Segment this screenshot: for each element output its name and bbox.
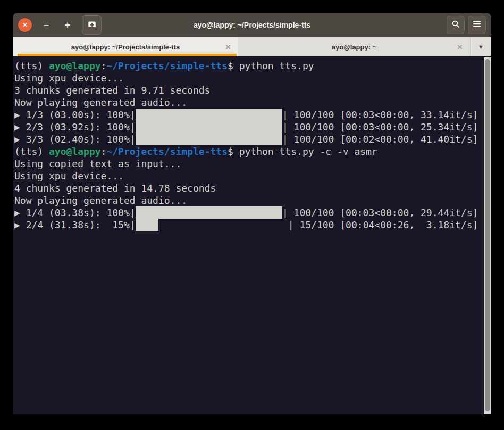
progress-bar <box>136 206 282 219</box>
search-button[interactable] <box>447 16 465 34</box>
terminal-window: ✕ – + ayo@lappy: ~/Projects/simple-tts <box>13 13 491 414</box>
tab-label: ayo@lappy: ~/Projects/simple-tts <box>71 43 180 51</box>
progress-bar-fill <box>136 219 158 231</box>
terminal-text: ▶ 2/4 (31.38s): 15%| <box>14 219 136 230</box>
terminal-text: 4 chunks generated in 14.78 seconds <box>14 183 216 194</box>
terminal-text: | 100/100 [00:03<00:00, 25.34it/s] <box>282 121 478 133</box>
titlebar-actions <box>447 16 486 34</box>
progress-bar <box>136 133 282 145</box>
terminal-text: ▶ 2/3 (03.92s): 100%| <box>14 121 136 133</box>
terminal-text: 3 chunks generated in 9.71 seconds <box>14 85 210 96</box>
close-button[interactable]: ✕ <box>18 18 32 32</box>
scrollbar[interactable] <box>484 57 491 414</box>
terminal-text: ~/Projects/simple-tts <box>106 60 228 71</box>
terminal-line: Using xpu device... <box>14 72 491 84</box>
progress-bar <box>136 219 288 231</box>
terminal-text: | 15/100 [00:04<00:26, 3.18it/s] <box>288 219 478 230</box>
progress-bar-fill <box>136 206 282 219</box>
terminal-line: Using copied text as input... <box>14 158 491 170</box>
progress-bar <box>136 121 282 133</box>
close-icon: ✕ <box>22 21 28 29</box>
terminal-text: ~/Projects/simple-tts <box>106 146 228 157</box>
terminal-lines: (tts) ayo@lappy:~/Projects/simple-tts$ p… <box>13 57 491 231</box>
progress-bar-fill <box>136 109 282 121</box>
window-controls: ✕ – + <box>18 15 102 35</box>
terminal-text: : <box>101 60 107 71</box>
terminal-text: $ python tts.py <box>228 60 314 71</box>
maximize-icon: + <box>65 20 71 31</box>
terminal-text: ayo@lappy <box>49 60 101 71</box>
tab-label: ayo@lappy: ~ <box>332 43 377 51</box>
terminal-text: | 100/100 [00:03<00:00, 33.14it/s] <box>282 109 478 120</box>
progress-bar <box>136 109 282 121</box>
tab-simple-tts[interactable]: ayo@lappy: ~/Projects/simple-tts × <box>13 37 238 56</box>
minimize-icon: – <box>44 20 49 31</box>
terminal-line: ▶ 2/3 (03.92s): 100%|| 100/100 [00:03<00… <box>14 121 491 133</box>
terminal-text: Using copied text as input... <box>14 158 181 169</box>
minimize-button[interactable]: – <box>39 18 53 32</box>
terminal-output[interactable]: (tts) ayo@lappy:~/Projects/simple-tts$ p… <box>13 57 491 414</box>
terminal-text: ayo@lappy <box>49 146 101 157</box>
terminal-text: Using xpu device... <box>14 170 124 181</box>
terminal-text: ▶ 1/4 (03.38s): 100%| <box>14 207 136 218</box>
terminal-line: ▶ 1/3 (03.00s): 100%|| 100/100 [00:03<00… <box>14 109 491 121</box>
menu-button[interactable] <box>468 16 486 34</box>
terminal-text: $ python tts.py -c -v asmr <box>228 146 377 157</box>
terminal-text: : <box>101 146 107 157</box>
terminal-text: ▶ 3/3 (02.40s): 100%| <box>14 134 136 145</box>
hamburger-menu-icon <box>473 20 481 30</box>
search-icon <box>451 20 460 31</box>
tab-close-icon[interactable]: × <box>457 43 463 52</box>
progress-bar-fill <box>136 121 282 133</box>
new-tab-button[interactable] <box>82 15 102 35</box>
tab-bar: ayo@lappy: ~/Projects/simple-tts × ayo@l… <box>13 37 491 57</box>
scrollbar-thumb[interactable] <box>485 59 490 411</box>
tab-close-icon[interactable]: × <box>225 43 231 52</box>
terminal-text: Now playing generated audio... <box>14 195 187 206</box>
terminal-line: ▶ 1/4 (03.38s): 100%|| 100/100 [00:03<00… <box>14 206 491 219</box>
chevron-down-icon: ▼ <box>478 44 484 50</box>
terminal-text: Using xpu device... <box>14 72 124 84</box>
new-tab-icon <box>87 19 97 31</box>
terminal-line: 3 chunks generated in 9.71 seconds <box>14 84 491 96</box>
terminal-line: Now playing generated audio... <box>14 194 491 206</box>
terminal-line: Using xpu device... <box>14 170 491 182</box>
terminal-text: (tts) <box>14 146 49 157</box>
terminal-line: ▶ 3/3 (02.40s): 100%|| 100/100 [00:02<00… <box>14 133 491 145</box>
terminal-line: Now playing generated audio... <box>14 96 491 109</box>
terminal-text: | 100/100 [00:03<00:00, 29.44it/s] <box>282 207 478 218</box>
titlebar: ✕ – + ayo@lappy: ~/Projects/simple-tts <box>13 13 491 37</box>
terminal-text: (tts) <box>14 60 49 71</box>
terminal-line: ▶ 2/4 (31.38s): 15%|| 15/100 [00:04<00:2… <box>14 219 491 231</box>
terminal-line: (tts) ayo@lappy:~/Projects/simple-tts$ p… <box>14 60 491 72</box>
tab-home[interactable]: ayo@lappy: ~ × <box>238 37 470 56</box>
terminal-text: ▶ 1/3 (03.00s): 100%| <box>14 109 136 120</box>
terminal-line: (tts) ayo@lappy:~/Projects/simple-tts$ p… <box>14 145 491 158</box>
progress-bar-fill <box>136 133 282 145</box>
maximize-button[interactable]: + <box>61 18 74 32</box>
terminal-text: | 100/100 [00:02<00:00, 41.40it/s] <box>282 134 478 145</box>
tab-list-dropdown[interactable]: ▼ <box>470 37 491 56</box>
terminal-text: Now playing generated audio... <box>14 97 187 108</box>
terminal-line: 4 chunks generated in 14.78 seconds <box>14 182 491 194</box>
